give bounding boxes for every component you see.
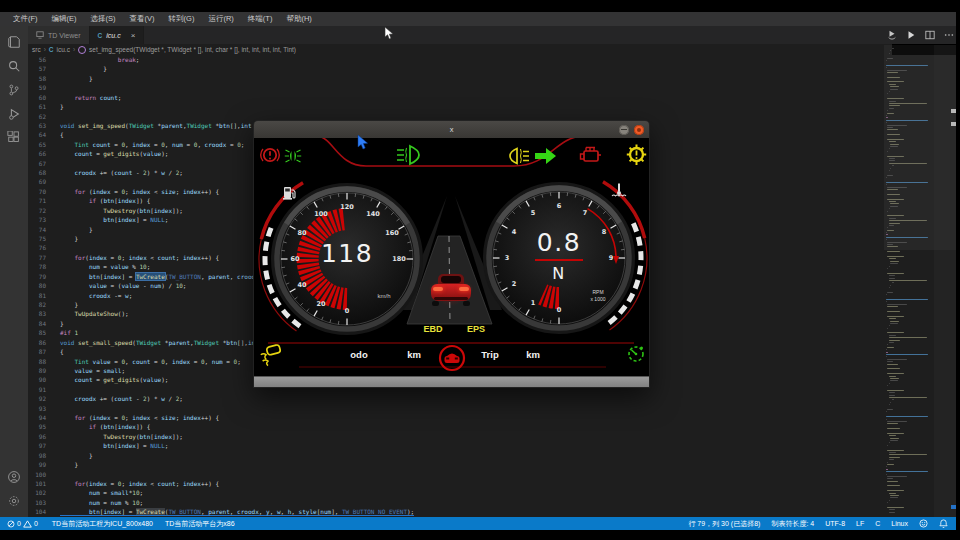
- code-line: 101 for(index = 0; index < count; index+…: [28, 479, 960, 488]
- language-mode[interactable]: C: [875, 520, 880, 527]
- instrument-cluster: 020406080100120140160180 0123456789: [254, 138, 649, 376]
- code-line: 95 if (btn[index]) {: [28, 422, 960, 431]
- c-file-icon: C: [98, 32, 103, 39]
- encoding[interactable]: UTF-8: [825, 520, 845, 527]
- screen: 文件(F) 编辑(E) 选择(S) 查看(V) 转到(G) 运行(R) 终端(T…: [0, 0, 960, 540]
- extensions-icon[interactable]: [7, 131, 21, 145]
- svg-text:6: 6: [557, 202, 562, 210]
- menu-help[interactable]: 帮助(H): [279, 14, 318, 24]
- code-line: 61}: [28, 102, 960, 111]
- rpm-value: 0.8: [509, 228, 609, 257]
- active-platform[interactable]: TD当前活动平台为x86: [165, 519, 235, 529]
- breadcrumb-symbol[interactable]: set_img_speed(TWidget *, TWidget * [], i…: [89, 46, 296, 53]
- run-or-debug-icon[interactable]: [887, 30, 897, 40]
- menu-edit[interactable]: 编辑(E): [45, 14, 84, 24]
- rpm-underline: [535, 259, 583, 261]
- problems-indicator[interactable]: 0 0: [7, 520, 38, 528]
- editor-actions: [887, 27, 954, 43]
- menu-terminal[interactable]: 终端(T): [241, 14, 280, 24]
- explorer-icon[interactable]: [7, 35, 21, 49]
- close-button[interactable]: [634, 125, 644, 135]
- error-icon: [7, 520, 15, 528]
- ebd-label: EBD: [417, 324, 449, 334]
- menu-view[interactable]: 查看(V): [123, 14, 162, 24]
- mouse-cursor-blue: [357, 135, 369, 150]
- menu-selection[interactable]: 选择(S): [84, 14, 123, 24]
- settings-gear-icon[interactable]: [7, 494, 21, 508]
- eps-label: EPS: [460, 324, 492, 334]
- svg-text:160: 160: [385, 229, 399, 237]
- rear-fog-icon: [509, 147, 530, 165]
- breadcrumb-separator: ›: [73, 46, 75, 53]
- svg-text:20: 20: [316, 300, 326, 308]
- code-line: 102 num = small*10;: [28, 488, 960, 497]
- code-line: 100: [28, 470, 960, 479]
- scrollbar[interactable]: [934, 45, 956, 517]
- split-editor-icon[interactable]: [925, 30, 935, 40]
- code-line: 99 }: [28, 460, 960, 469]
- svg-text:5: 5: [531, 209, 536, 217]
- svg-text:120: 120: [340, 203, 354, 211]
- window-resize-grip[interactable]: [254, 376, 649, 388]
- search-icon[interactable]: [7, 59, 21, 73]
- breadcrumb-src[interactable]: src: [32, 46, 41, 53]
- code-line: 93: [28, 404, 960, 413]
- top-strip: [0, 0, 960, 12]
- car-graphic: [430, 268, 472, 314]
- svg-text:9: 9: [609, 254, 614, 262]
- speed-unit: km/h: [354, 293, 414, 299]
- tab-label: TD Viewer: [48, 32, 81, 39]
- tab-close-icon[interactable]: ×: [131, 31, 136, 40]
- odo-unit: km: [399, 349, 429, 360]
- activity-bar: [0, 26, 28, 517]
- minimize-button[interactable]: [619, 125, 629, 135]
- source-control-icon[interactable]: [7, 83, 21, 97]
- menu-goto[interactable]: 转到(G): [162, 14, 202, 24]
- rpm-unit: RPMx 1000: [579, 289, 617, 302]
- esp-icon: [259, 344, 282, 368]
- menu-bar: 文件(F) 编辑(E) 选择(S) 查看(V) 转到(G) 运行(R) 终端(T…: [0, 12, 960, 26]
- tab-bar: TD Viewer C icu.c ×: [28, 26, 960, 44]
- status-bar: 0 0 TD当前活动工程为ICU_800x480 TD当前活动平台为x86 行 …: [0, 517, 956, 530]
- svg-text:140: 140: [366, 210, 380, 218]
- eol-sequence[interactable]: LF: [856, 520, 864, 527]
- right-edge: [956, 0, 960, 540]
- breadcrumb-file[interactable]: icu.c: [57, 46, 70, 53]
- tab-icu-c[interactable]: C icu.c ×: [90, 26, 145, 44]
- c-file-icon: C: [49, 46, 54, 53]
- dashboard-titlebar[interactable]: x: [254, 121, 649, 138]
- svg-text:0: 0: [345, 307, 350, 315]
- front-fog-icon: [396, 144, 420, 166]
- trip-unit: km: [518, 349, 548, 360]
- notifications-bell-icon[interactable]: [939, 519, 948, 528]
- svg-text:80: 80: [297, 229, 307, 237]
- code-line: 60 return count;: [28, 93, 960, 102]
- svg-text:0: 0: [557, 306, 562, 314]
- tab-td-viewer[interactable]: TD Viewer: [28, 26, 90, 44]
- run-debug-icon[interactable]: [7, 107, 21, 121]
- code-line: 103 num = num % 10;: [28, 498, 960, 507]
- tab-label: icu.c: [106, 32, 120, 39]
- remote-os[interactable]: Linux: [891, 520, 908, 527]
- active-project[interactable]: TD当前活动工程为ICU_800x480: [52, 519, 153, 529]
- more-actions-icon[interactable]: [944, 30, 954, 40]
- menu-file[interactable]: 文件(F): [6, 14, 45, 24]
- svg-text:100: 100: [314, 210, 328, 218]
- viewer-file-icon: [36, 31, 44, 39]
- coolant-temp-icon: [611, 182, 627, 198]
- menu-run[interactable]: 运行(R): [201, 14, 240, 24]
- svg-text:40: 40: [297, 281, 307, 289]
- account-icon[interactable]: [7, 470, 21, 484]
- run-icon[interactable]: [906, 30, 916, 40]
- cruise-control-icon: [626, 344, 646, 364]
- code-line: 96 TwDestroy(btn[index]);: [28, 432, 960, 441]
- code-line: 58 }: [28, 74, 960, 83]
- fuel-icon: [282, 184, 297, 200]
- cursor-position[interactable]: 行 79，列 30 (已选择8): [688, 519, 760, 529]
- tachometer-gauge: 0123456789: [485, 184, 633, 332]
- breadcrumb-separator: ›: [44, 46, 46, 53]
- trip-label: Trip: [472, 349, 508, 360]
- feedback-icon[interactable]: [919, 519, 928, 528]
- code-line: 59: [28, 83, 960, 92]
- indent-setting[interactable]: 制表符长度: 4: [771, 519, 814, 529]
